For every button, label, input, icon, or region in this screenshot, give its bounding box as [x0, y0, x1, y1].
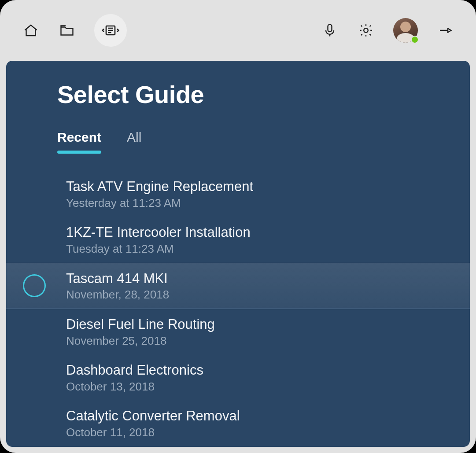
- guide-title: 1KZ-TE Intercooler Installation: [66, 224, 251, 241]
- toolbar: [0, 0, 476, 61]
- tab-bar: Recent All: [57, 130, 470, 153]
- pin-icon: [437, 22, 453, 38]
- settings-button[interactable]: [357, 22, 375, 39]
- guide-subtitle: October 13, 2018: [66, 380, 203, 394]
- list-item[interactable]: Task ATV Engine Replacement Yesterday at…: [6, 171, 470, 217]
- page-title: Select Guide: [57, 80, 470, 109]
- toolbar-left: [22, 14, 127, 47]
- guide-title: Tascam 414 MKI: [66, 270, 169, 287]
- guide-subtitle: November 25, 2018: [66, 334, 215, 348]
- radio-indicator[interactable]: [23, 274, 46, 297]
- list-item[interactable]: 1KZ-TE Intercooler Installation Tuesday …: [6, 217, 470, 263]
- svg-rect-4: [328, 25, 332, 32]
- app-window: Select Guide Recent All Task ATV Engine …: [0, 0, 476, 453]
- presence-indicator: [411, 36, 419, 44]
- guide-title: Task ATV Engine Replacement: [66, 178, 253, 195]
- home-button[interactable]: [22, 22, 40, 39]
- main-panel: Select Guide Recent All Task ATV Engine …: [6, 61, 470, 447]
- list-item[interactable]: Catalytic Converter Removal October 11, …: [6, 401, 470, 446]
- tab-all[interactable]: All: [127, 130, 141, 153]
- svg-point-6: [364, 28, 368, 33]
- toolbar-right: [321, 18, 454, 43]
- mic-button[interactable]: [321, 22, 339, 39]
- list-item[interactable]: Dashboard Electronics October 13, 2018: [6, 355, 470, 401]
- tab-recent[interactable]: Recent: [57, 130, 101, 153]
- files-button[interactable]: [58, 22, 76, 39]
- guide-icon: [102, 22, 119, 39]
- gear-icon: [358, 22, 374, 38]
- profile-button[interactable]: [393, 18, 418, 43]
- guide-subtitle: October 11, 2018: [66, 426, 240, 439]
- list-item[interactable]: Tascam 414 MKI November, 28, 2018: [6, 263, 470, 309]
- guide-subtitle: November, 28, 2018: [66, 288, 169, 302]
- home-icon: [23, 22, 39, 38]
- pin-button[interactable]: [436, 22, 454, 39]
- guide-list: Task ATV Engine Replacement Yesterday at…: [6, 171, 470, 446]
- list-item[interactable]: Diesel Fuel Line Routing November 25, 20…: [6, 309, 470, 355]
- folder-icon: [59, 22, 75, 38]
- guides-button[interactable]: [94, 14, 127, 47]
- guide-subtitle: Tuesday at 11:23 AM: [66, 242, 251, 256]
- guide-title: Dashboard Electronics: [66, 362, 203, 379]
- guide-subtitle: Yesterday at 11:23 AM: [66, 196, 253, 210]
- microphone-icon: [322, 22, 338, 38]
- guide-title: Catalytic Converter Removal: [66, 408, 240, 425]
- guide-title: Diesel Fuel Line Routing: [66, 316, 215, 333]
